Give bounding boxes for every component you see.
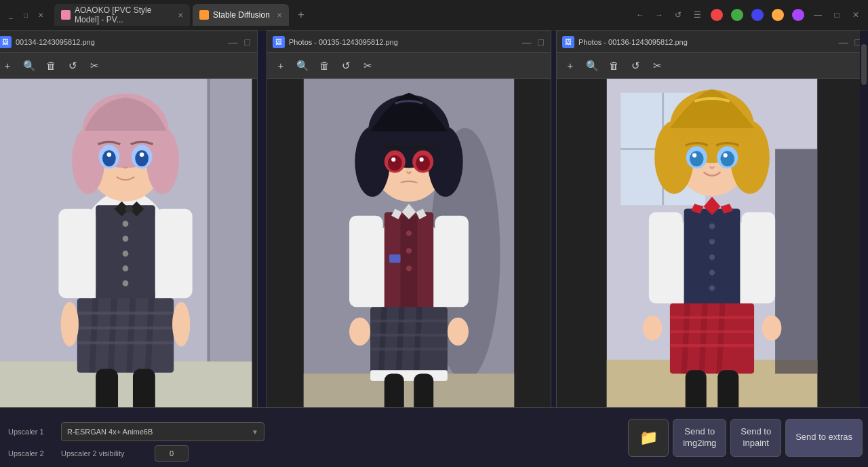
panel-1-delete-btn[interactable]: 🗑 [41,56,60,75]
character-2-svg [267,79,551,444]
svg-line-95 [701,303,705,373]
folder-button[interactable]: 📁 [628,419,669,457]
user-icon-3 [751,9,764,21]
panel-3-rotate-btn[interactable]: ↺ [626,56,645,75]
svg-rect-11 [58,209,96,299]
svg-point-84 [709,239,715,244]
panel-3-delete-btn[interactable]: 🗑 [604,56,623,75]
panel-1-rotate-btn[interactable]: ↺ [63,56,82,75]
svg-point-15 [125,205,133,212]
user-icon-5 [792,9,804,21]
svg-line-94 [684,303,688,373]
svg-point-44 [406,230,412,236]
tab-aoaoko[interactable]: AOAOKO [PVC Style Model] - PV... ✕ [54,4,190,26]
svg-point-110 [690,151,704,167]
panel-1-title: 00134-1243095812.png [16,38,223,46]
svg-point-7 [123,236,129,242]
svg-point-73 [391,157,395,162]
nav-back-icon[interactable]: ← [633,8,647,22]
nav-forward-icon[interactable]: → [652,8,666,22]
panel-1-toolbar: + 🔍 🗑 ↺ ✂ [0,53,257,79]
send-to-inpaint-button[interactable]: Send toinpaint [730,419,781,457]
tab-1-close[interactable]: ✕ [178,12,183,19]
svg-rect-12 [155,209,193,299]
close-icon[interactable]: ✕ [35,10,46,20]
svg-point-72 [416,155,430,171]
image-panel-2: 🖼 Photos - 00135-1243095812.png — □ + 🔍 … [267,31,551,445]
character-1-svg [0,79,257,451]
send-to-inpaint-label: Send toinpaint [741,426,771,449]
send-to-img2img-button[interactable]: Send toimg2img [673,419,726,457]
svg-point-46 [406,265,412,271]
svg-point-86 [709,269,715,275]
tab-2-label: Stable Diffusion [213,10,270,20]
panel-1-image-area [0,79,257,451]
svg-line-17 [92,298,96,373]
panel-3-crop-btn[interactable]: ✂ [648,56,667,75]
upscaler-2-visibility-input[interactable]: 0 [155,445,189,462]
panel-2-image-area [267,79,551,444]
svg-point-87 [709,285,715,291]
tab-1-label: AOAOKO [PVC Style Model] - PV... [75,5,171,24]
panel-1-zoom-btn[interactable]: 🔍 [20,56,39,75]
svg-point-64 [448,318,469,345]
new-tab-button[interactable]: + [292,5,311,24]
maximize-btn[interactable]: □ [830,8,844,22]
scrollbar-thumb[interactable] [861,44,867,85]
panel-2-zoom-btn[interactable]: 🔍 [293,56,312,75]
maximize-icon[interactable]: □ [20,10,31,20]
minimize-icon[interactable]: _ [5,10,16,20]
image-panel-3: 🖼 Photos - 00136-1243095812.png — □ + 🔍 … [556,31,868,445]
panel-2-minimize[interactable]: — [521,37,533,48]
svg-line-19 [129,298,132,373]
panel-2-titlebar: 🖼 Photos - 00135-1243095812.png — □ [267,31,551,53]
tab-2-close[interactable]: ✕ [277,12,282,19]
svg-point-45 [406,248,412,253]
panel-3-add-btn[interactable]: + [561,56,580,75]
upscaler-2-visibility-label: Upscaler 2 visibility [61,449,149,457]
svg-point-74 [420,157,424,162]
browser-toolbar: ← → ↺ ☰ — □ ✕ [633,8,863,22]
svg-rect-47 [389,255,401,263]
svg-point-63 [349,318,370,345]
panel-2-add-btn[interactable]: + [271,56,290,75]
minimize-btn[interactable]: — [811,8,825,22]
panel-2-maximize[interactable]: □ [537,37,545,48]
svg-point-6 [123,221,129,227]
scrollbar[interactable] [860,31,868,407]
panel-3-toolbar: + 🔍 🗑 ↺ ✂ [557,53,867,79]
panel-3-minimize[interactable]: — [837,37,850,48]
close-btn[interactable]: ✕ [849,8,863,22]
svg-point-71 [388,155,402,171]
sidebar-icon[interactable]: ☰ [690,8,704,22]
panel-3-zoom-btn[interactable]: 🔍 [583,56,601,75]
bottom-bar: Upscaler 1 R-ESRGAN 4x+ Anime6B ▼ Upscal… [0,407,556,467]
upscaler-1-select[interactable]: R-ESRGAN 4x+ Anime6B ▼ [61,422,264,441]
svg-point-103 [762,316,781,341]
panel-2-crop-btn[interactable]: ✂ [358,56,377,75]
svg-rect-49 [435,216,469,307]
panel-2-icon: 🖼 [273,36,285,48]
svg-point-26 [61,302,79,347]
image-panel-1: 🖼 00134-1243095812.png — □ + 🔍 🗑 ↺ ✂ [0,31,258,451]
panel-2-rotate-btn[interactable]: ↺ [336,56,355,75]
upscaler-1-value: R-ESRGAN 4x+ Anime6B [67,428,153,436]
panel-2-toolbar: + 🔍 🗑 ↺ ✂ [267,53,551,79]
dropdown-arrow-icon: ▼ [252,428,258,436]
tab-1-icon [61,10,71,20]
panel-3-titlebar: 🖼 Photos - 00136-1243095812.png — □ [557,31,867,53]
send-to-extras-button[interactable]: Send to extras [785,419,863,457]
tab-stable-diffusion[interactable]: Stable Diffusion ✕ [193,4,289,26]
svg-point-9 [123,265,129,272]
panel-1-minimize[interactable]: — [227,37,239,48]
panel-1-maximize[interactable]: □ [243,37,252,48]
reload-icon[interactable]: ↺ [671,8,685,22]
panel-2-delete-btn[interactable]: 🗑 [315,56,334,75]
svg-line-96 [719,303,722,373]
panel-1-titlebar: 🖼 00134-1243095812.png — □ [0,31,257,53]
upscaler-1-row: Upscaler 1 R-ESRGAN 4x+ Anime6B ▼ [8,422,548,441]
action-buttons: 📁 Send toimg2img Send toinpaint Send to … [556,407,868,467]
upscaler-2-row: Upscaler 2 Upscaler 2 visibility 0 [8,445,548,462]
panel-1-crop-btn[interactable]: ✂ [85,56,104,75]
panel-1-add-btn[interactable]: + [0,56,17,75]
